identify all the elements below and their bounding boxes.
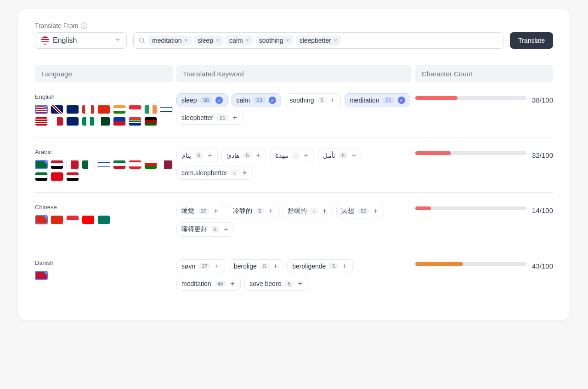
- plus-icon[interactable]: +: [223, 226, 229, 233]
- keyword-pill[interactable]: sleepbetter21+: [176, 111, 243, 125]
- flag-mt[interactable]: [51, 117, 63, 126]
- input-keyword-tag: sleepbetter×: [296, 35, 341, 46]
- keyword-input[interactable]: meditation×sleep×calm×soothing×sleepbett…: [133, 32, 503, 49]
- flag-in[interactable]: [113, 105, 126, 114]
- keyword-pill[interactable]: مهدئا-+: [270, 149, 314, 162]
- flag-tn[interactable]: [51, 172, 63, 181]
- keyword-text: 冥想: [341, 207, 354, 215]
- keyword-pill[interactable]: com.sleepbetter-+: [176, 166, 253, 180]
- keyword-pill[interactable]: 舒缓的-+: [283, 204, 333, 218]
- keyword-pill[interactable]: تأمل5+: [318, 149, 362, 162]
- keyword-badge: 52: [358, 208, 369, 214]
- flag-ie[interactable]: [144, 105, 157, 114]
- plus-icon[interactable]: +: [322, 207, 328, 215]
- keyword-pill[interactable]: ينام5+: [176, 149, 218, 162]
- flag-nz[interactable]: [66, 117, 79, 126]
- plus-icon[interactable]: +: [213, 207, 219, 215]
- source-language-text: English: [53, 36, 77, 45]
- plus-icon[interactable]: +: [330, 97, 336, 104]
- source-language-select[interactable]: English: [35, 32, 127, 49]
- flag-mo-icon: [98, 216, 110, 224]
- flag-dz[interactable]: [82, 160, 95, 169]
- keyword-pill[interactable]: søvn37+: [176, 259, 225, 273]
- flag-hk-icon: [98, 105, 110, 114]
- remove-tag-icon[interactable]: ×: [184, 37, 189, 44]
- keyword-pill[interactable]: 睡得更好5+: [176, 222, 234, 237]
- flag-ph[interactable]: [113, 117, 126, 126]
- translate-button[interactable]: Translate: [510, 32, 553, 49]
- flag-cn[interactable]: [35, 215, 48, 224]
- plus-icon[interactable]: +: [373, 207, 379, 215]
- plus-icon[interactable]: +: [351, 152, 357, 159]
- flag-bh[interactable]: [66, 160, 79, 169]
- plus-icon[interactable]: +: [297, 280, 303, 287]
- count-text: 43/100: [532, 262, 553, 270]
- flag-ca[interactable]: [82, 105, 95, 114]
- keyword-pill[interactable]: berolige5+: [229, 259, 283, 273]
- keyword-text: søvn: [181, 263, 195, 270]
- flag-qa-icon: [160, 160, 172, 169]
- flag-sa[interactable]: [35, 160, 48, 169]
- plus-icon[interactable]: +: [255, 152, 261, 159]
- plus-icon[interactable]: +: [214, 263, 220, 270]
- input-keyword-tag: sleep×: [194, 35, 223, 46]
- flag-qa[interactable]: [160, 160, 173, 169]
- keyword-pill[interactable]: sove bedre5+: [244, 277, 308, 291]
- keyword-pill[interactable]: 睡觉37+: [176, 204, 224, 218]
- flag-hk[interactable]: [51, 215, 63, 224]
- flag-sg[interactable]: [129, 105, 141, 114]
- flag-ng[interactable]: [82, 117, 95, 126]
- flag-il-icon: [98, 160, 110, 169]
- flag-gb[interactable]: [51, 105, 63, 114]
- keyword-pill[interactable]: 冥想52+: [336, 204, 384, 218]
- flag-sg[interactable]: [66, 215, 79, 224]
- flag-il[interactable]: [97, 160, 110, 169]
- flag-lb[interactable]: [129, 160, 141, 169]
- keyword-pill[interactable]: meditation45+: [176, 277, 241, 291]
- progress-bar-fill: [415, 262, 463, 266]
- flag-au[interactable]: [66, 105, 79, 114]
- keyword-pill[interactable]: calm63: [232, 93, 281, 107]
- flag-my[interactable]: [35, 117, 48, 126]
- flag-iq[interactable]: [66, 172, 79, 181]
- plus-icon[interactable]: +: [230, 280, 236, 287]
- flag-mo[interactable]: [97, 215, 110, 224]
- remove-tag-icon[interactable]: ×: [333, 37, 338, 44]
- keyword-pill[interactable]: sleep56: [176, 93, 228, 107]
- plus-icon[interactable]: +: [342, 263, 348, 270]
- plus-icon[interactable]: +: [268, 207, 274, 215]
- flag-tw[interactable]: [82, 215, 95, 224]
- plus-icon[interactable]: +: [232, 114, 238, 121]
- plus-icon[interactable]: +: [272, 263, 278, 270]
- flag-sg-icon: [129, 105, 141, 114]
- keyword-pill[interactable]: هادئ5+: [221, 149, 266, 162]
- remove-tag-icon[interactable]: ×: [285, 37, 290, 44]
- flag-ae[interactable]: [35, 172, 48, 181]
- keyword-pill[interactable]: meditation51: [345, 93, 410, 107]
- flag-om[interactable]: [144, 160, 157, 169]
- flag-hk[interactable]: [97, 105, 110, 114]
- keyword-pill[interactable]: 冷静的5+: [228, 204, 279, 218]
- plus-icon[interactable]: +: [207, 152, 213, 159]
- keyword-pill[interactable]: beroligende5+: [287, 259, 353, 273]
- flag-pk[interactable]: [97, 117, 110, 126]
- flag-eg[interactable]: [51, 160, 63, 169]
- keyword-text: com.sleepbetter: [181, 169, 227, 177]
- remove-tag-icon[interactable]: ×: [215, 37, 220, 44]
- flag-dk[interactable]: [35, 271, 48, 280]
- flag-il[interactable]: [160, 105, 173, 114]
- flag-us[interactable]: [35, 105, 48, 114]
- keyword-pill[interactable]: soothing5+: [285, 93, 341, 107]
- info-icon[interactable]: i: [81, 23, 87, 29]
- plus-icon[interactable]: +: [303, 152, 309, 159]
- flag-za[interactable]: [129, 117, 141, 126]
- keyword-text: sove bedre: [249, 280, 281, 287]
- flag-ke[interactable]: [144, 117, 157, 126]
- keyword-badge: 5: [243, 152, 251, 159]
- plus-icon[interactable]: +: [242, 169, 248, 177]
- flag-kw[interactable]: [113, 160, 126, 169]
- input-keyword-tag: soothing×: [255, 35, 293, 46]
- keyword-badge: 63: [254, 97, 265, 103]
- flag-au-icon: [67, 105, 79, 114]
- remove-tag-icon[interactable]: ×: [245, 37, 250, 44]
